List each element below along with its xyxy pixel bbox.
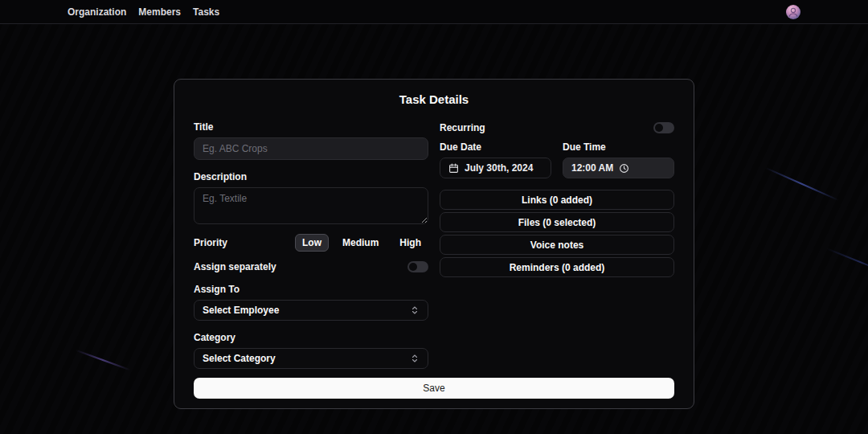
assign-separately-toggle[interactable] — [407, 261, 428, 272]
user-icon — [786, 5, 800, 19]
category-label: Category — [194, 332, 428, 343]
due-time-input[interactable]: 12:00 AM — [563, 158, 674, 178]
category-select[interactable]: Select Category — [194, 348, 428, 369]
nav-item-members[interactable]: Members — [138, 0, 181, 24]
links-button[interactable]: Links (0 added) — [440, 190, 674, 210]
due-date-time-row: Due Date July 30th, 2024 Due Time 12:00 … — [440, 141, 674, 178]
toggle-knob — [409, 263, 417, 271]
assign-to-value: Select Employee — [203, 305, 279, 316]
form-right-column: Recurring Due Date July 30th, 2024 Due T… — [440, 121, 674, 277]
recurring-label: Recurring — [440, 122, 485, 133]
due-date-button[interactable]: July 30th, 2024 — [440, 158, 551, 178]
bg-accent-streak — [76, 350, 130, 371]
title-label: Title — [194, 121, 428, 133]
calendar-icon — [448, 163, 459, 174]
page-title: Task Details — [194, 92, 674, 106]
task-details-card: Task Details Title Description Priority … — [174, 79, 694, 409]
assign-to-label: Assign To — [194, 284, 428, 295]
assign-separately-row: Assign separately — [194, 261, 428, 272]
recurring-toggle[interactable] — [653, 122, 674, 133]
due-date-group: Due Date July 30th, 2024 — [440, 141, 551, 178]
reminders-button[interactable]: Reminders (0 added) — [440, 257, 674, 277]
toggle-knob — [655, 124, 663, 132]
bg-accent-streak — [765, 167, 839, 202]
nav-item-organization[interactable]: Organization — [68, 0, 126, 24]
files-button[interactable]: Files (0 selected) — [440, 212, 674, 232]
nav-item-tasks[interactable]: Tasks — [193, 0, 219, 24]
assign-separately-label: Assign separately — [194, 261, 276, 272]
priority-row: Priority Low Medium High — [194, 234, 428, 252]
due-time-label: Due Time — [563, 141, 674, 153]
user-avatar[interactable] — [786, 5, 800, 19]
due-date-label: Due Date — [440, 141, 551, 153]
description-label: Description — [194, 171, 428, 182]
chevrons-up-down-icon — [410, 354, 420, 363]
clock-icon — [619, 163, 629, 174]
title-input[interactable] — [194, 137, 428, 160]
top-nav: Organization Members Tasks — [0, 0, 868, 24]
priority-options: Low Medium High — [295, 234, 428, 252]
priority-option-low[interactable]: Low — [295, 234, 329, 252]
category-value: Select Category — [203, 353, 276, 364]
save-button[interactable]: Save — [194, 378, 674, 399]
priority-option-high[interactable]: High — [392, 234, 428, 252]
priority-option-medium[interactable]: Medium — [335, 234, 386, 252]
due-date-value: July 30th, 2024 — [465, 162, 533, 174]
chevrons-up-down-icon — [410, 305, 420, 315]
description-textarea[interactable] — [194, 187, 428, 224]
due-time-value: 12:00 AM — [571, 162, 613, 174]
recurring-row: Recurring — [440, 121, 674, 133]
assign-to-select[interactable]: Select Employee — [194, 300, 428, 321]
voice-notes-button[interactable]: Voice notes — [440, 235, 674, 255]
due-time-group: Due Time 12:00 AM — [563, 141, 674, 178]
bg-accent-streak — [826, 248, 868, 276]
priority-label: Priority — [194, 237, 227, 248]
attachments-button-stack: Links (0 added) Files (0 selected) Voice… — [440, 190, 674, 277]
form-left-column: Title Description Priority Low Medium Hi… — [194, 121, 428, 369]
